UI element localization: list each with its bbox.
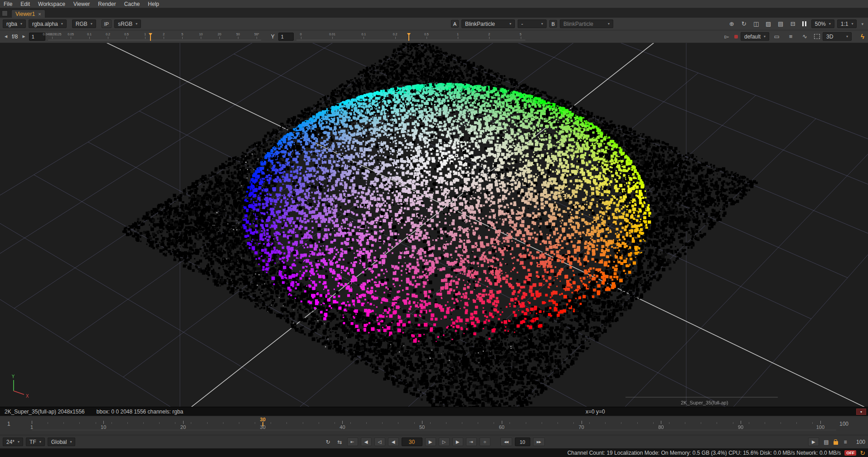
chevron-down-icon: ▾ xyxy=(61,22,63,26)
chevron-down-icon: ▾ xyxy=(18,440,19,444)
region-icon[interactable]: ▤ xyxy=(822,439,831,445)
gain-slider[interactable]: 0.0488281250.050.10.20.512510205056* xyxy=(48,32,261,42)
slider-tick xyxy=(364,37,364,39)
info-bar-menu-button[interactable]: ▾ xyxy=(856,409,866,415)
pause-playback-icon[interactable] xyxy=(800,21,809,26)
timeline-ruler[interactable]: 110203040506070809010030 xyxy=(32,416,836,435)
list-icon[interactable]: ≡ xyxy=(786,32,795,41)
menu-help[interactable]: Help xyxy=(148,1,164,7)
current-frame-field[interactable]: 30 xyxy=(402,438,422,446)
goto-start-button[interactable]: ⇤ xyxy=(347,438,358,446)
export-icon[interactable]: ≡ xyxy=(841,439,850,445)
slider-marker[interactable] xyxy=(150,35,151,41)
slider-scale-label: 0.2 xyxy=(393,33,398,36)
prev-keyframe-button[interactable]: ◀ xyxy=(361,438,372,446)
gain-prev-icon[interactable]: ◀ xyxy=(4,34,8,38)
increment-frame-button[interactable]: ▶▶ xyxy=(533,438,545,446)
bounce-playback-icon[interactable]: ⇆ xyxy=(335,439,344,445)
view-mode-dropdown[interactable]: 3D ▾ xyxy=(823,32,852,41)
gain-toggle-icon[interactable]: ⊟ xyxy=(788,19,798,29)
ruler-major-tick xyxy=(342,421,343,424)
goto-end-button[interactable]: ⇥ xyxy=(466,438,477,446)
zoom-level-dropdown[interactable]: 50% ▾ xyxy=(811,19,834,28)
step-forward-button[interactable]: ▷ xyxy=(439,438,450,446)
input-a-dropdown[interactable]: BlinkParticle ▾ xyxy=(461,19,515,28)
pane-menu-icon[interactable] xyxy=(2,10,8,16)
loop-mode-button[interactable]: ○ xyxy=(480,438,490,446)
slider-marker[interactable] xyxy=(408,35,409,41)
ruler-minor-tick xyxy=(526,422,526,424)
ruler-frame-number: 40 xyxy=(339,424,345,430)
viewport-canvas[interactable] xyxy=(0,43,868,407)
flipbook-button[interactable]: ▶ xyxy=(808,438,819,446)
tab-close-icon[interactable]: × xyxy=(38,11,41,17)
range-mode-dropdown[interactable]: Global ▾ xyxy=(48,438,76,446)
ruler-minor-tick xyxy=(653,422,654,424)
range-start-label[interactable]: 1 xyxy=(7,421,10,427)
next-keyframe-button[interactable]: ▶ xyxy=(452,438,463,446)
playhead-marker[interactable] xyxy=(262,422,263,426)
wipe-mode-dropdown[interactable]: - ▾ xyxy=(518,19,547,28)
input-process-button[interactable]: IP xyxy=(102,19,112,28)
input-a-badge[interactable]: A xyxy=(451,20,459,28)
frame-increment-field[interactable]: 10 xyxy=(515,438,530,446)
input-b-badge[interactable]: B xyxy=(549,20,557,28)
refresh-icon[interactable]: ↻ xyxy=(860,449,865,457)
play-backward-button[interactable]: ◀ xyxy=(388,438,399,446)
pixel-aspect-dropdown[interactable]: 1:1 ▾ xyxy=(837,19,857,28)
menu-edit[interactable]: Edit xyxy=(20,1,35,7)
status-off-badge[interactable]: OFF xyxy=(844,450,856,456)
refresh-icon[interactable]: ↻ xyxy=(739,19,749,29)
lightning-icon[interactable]: ϟ xyxy=(861,33,864,40)
ruler-minor-tick xyxy=(207,422,208,424)
loop-playback-icon[interactable]: ↻ xyxy=(324,439,333,445)
menu-viewer[interactable]: Viewer xyxy=(73,1,95,7)
menu-file[interactable]: File xyxy=(4,1,17,7)
menu-cache[interactable]: Cache xyxy=(124,1,145,7)
range-end-label[interactable]: 100 xyxy=(839,421,849,427)
gain-next-icon[interactable]: ▶ xyxy=(22,34,26,38)
step-back-button[interactable]: ◁ xyxy=(374,438,385,446)
fps-dropdown[interactable]: 24* ▾ xyxy=(3,438,23,446)
decrement-frame-button[interactable]: ◀◀ xyxy=(500,438,512,446)
slider-scale-label: 50 xyxy=(236,33,240,36)
ruler-frame-number: 1 xyxy=(30,424,33,430)
gain-label[interactable]: f/8 xyxy=(11,34,19,40)
wave-icon[interactable]: ∿ xyxy=(800,32,810,41)
ruler-major-tick xyxy=(422,421,422,424)
ruler-minor-tick xyxy=(112,422,112,424)
folder-icon[interactable]: ▭ xyxy=(772,32,781,41)
playhead-frame-label[interactable]: 30 xyxy=(260,417,266,422)
channels-dropdown[interactable]: rgba ▾ xyxy=(3,19,26,28)
ruler-minor-tick xyxy=(96,422,96,424)
gamma-slider[interactable]: 00.010.10.20.5125 xyxy=(296,32,525,42)
toolbar-overflow-icon[interactable]: ▾ xyxy=(859,22,865,26)
timeline-mode-dropdown[interactable]: TF ▾ xyxy=(26,438,45,446)
lut-value: default xyxy=(744,34,761,40)
menu-workspace[interactable]: Workspace xyxy=(38,1,70,7)
chevron-down-icon: ▾ xyxy=(851,22,853,26)
ruler-major-tick xyxy=(661,421,661,424)
display-mode-dropdown[interactable]: RGB ▾ xyxy=(72,19,96,28)
pointer-tool-icon[interactable]: ▻ xyxy=(722,32,732,41)
ruler-minor-tick xyxy=(749,422,749,424)
gamma-value-field[interactable]: 1 xyxy=(278,33,294,41)
monitor-out-icon[interactable]: ▤ xyxy=(776,19,786,29)
marquee-icon[interactable] xyxy=(814,34,820,39)
lut-dropdown[interactable]: default ▾ xyxy=(741,32,769,41)
slider-scale-label: 0.5 xyxy=(424,33,429,36)
roi-icon[interactable]: ⊕ xyxy=(727,19,737,29)
menu-render[interactable]: Render xyxy=(98,1,121,7)
slider-scale-label: 0.05 xyxy=(68,33,74,36)
record-state-icon[interactable] xyxy=(734,35,738,38)
colorspace-dropdown[interactable]: sRGB ▾ xyxy=(114,19,141,28)
input-b-dropdown[interactable]: BlinkParticle ▾ xyxy=(560,19,613,28)
lock-icon[interactable] xyxy=(834,441,838,445)
play-forward-button[interactable]: ▶ xyxy=(425,438,436,446)
slider-tick xyxy=(164,37,164,39)
tab-viewer1[interactable]: Viewer1 × xyxy=(11,10,45,18)
checker-icon[interactable]: ▨ xyxy=(764,19,773,29)
ruler-major-tick xyxy=(103,421,104,424)
alpha-channel-dropdown[interactable]: rgba.alpha ▾ xyxy=(29,19,67,28)
split-view-icon[interactable]: ◫ xyxy=(752,19,761,29)
